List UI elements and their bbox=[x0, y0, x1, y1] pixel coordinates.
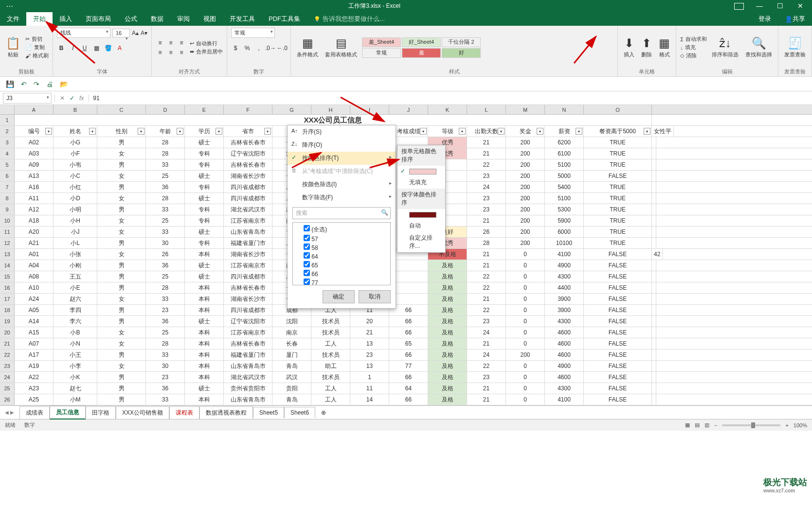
row-header[interactable]: 23 bbox=[0, 361, 15, 371]
data-cell[interactable]: 专科 bbox=[185, 215, 224, 226]
data-cell[interactable]: 23 bbox=[350, 349, 389, 360]
data-cell[interactable]: 33 bbox=[146, 159, 185, 170]
data-cell[interactable] bbox=[652, 215, 656, 226]
data-cell[interactable]: 本科 bbox=[185, 294, 224, 304]
data-cell[interactable]: FALSE bbox=[584, 271, 652, 282]
filter-by-color-item[interactable]: 按颜色筛选(I)▸ bbox=[288, 178, 396, 191]
row-header[interactable]: 21 bbox=[0, 338, 15, 349]
style-good[interactable]: 好 bbox=[442, 48, 481, 58]
data-cell[interactable]: 男 bbox=[97, 349, 146, 360]
header-cell[interactable]: 性别▾ bbox=[97, 126, 146, 137]
data-cell[interactable]: 66 bbox=[389, 316, 428, 327]
data-cell[interactable]: TRUE bbox=[584, 182, 652, 192]
row-header[interactable]: 3 bbox=[0, 137, 15, 148]
data-cell[interactable]: 硕士 bbox=[185, 383, 224, 394]
sheet-tab-character-grid[interactable]: 田字格 bbox=[86, 406, 116, 419]
data-cell[interactable]: 专科 bbox=[185, 148, 224, 159]
data-cell[interactable]: 女 bbox=[97, 249, 146, 260]
data-cell[interactable]: 小J bbox=[54, 227, 97, 237]
tab-page-layout[interactable]: 页面布局 bbox=[79, 12, 118, 26]
data-cell[interactable]: A13 bbox=[15, 171, 54, 181]
data-cell[interactable]: 25 bbox=[146, 171, 185, 181]
data-cell[interactable]: 专科 bbox=[185, 238, 224, 248]
data-cell[interactable]: 山东省青岛市 bbox=[224, 227, 272, 237]
row-header[interactable]: 8 bbox=[0, 193, 15, 204]
data-cell[interactable]: 辽宁省沈阳市 bbox=[224, 148, 272, 159]
custom-sort-item[interactable]: 自定义排序... bbox=[397, 232, 445, 252]
name-box[interactable]: J3 bbox=[3, 93, 52, 104]
data-cell[interactable] bbox=[652, 260, 656, 271]
data-cell[interactable]: 江苏省南京市 bbox=[224, 327, 272, 338]
filter-dropdown-icon[interactable]: ▾ bbox=[89, 128, 96, 135]
data-cell[interactable]: 33 bbox=[146, 394, 185, 405]
data-cell[interactable]: TRUE bbox=[584, 148, 652, 159]
add-sheet-button[interactable]: ⊕ bbox=[315, 407, 332, 418]
clear-button[interactable]: ◇清除 bbox=[680, 52, 707, 59]
data-cell[interactable]: 6200 bbox=[545, 137, 584, 148]
data-cell[interactable] bbox=[652, 171, 656, 181]
data-cell[interactable]: 女 bbox=[97, 294, 146, 304]
data-cell[interactable]: A03 bbox=[15, 148, 54, 159]
data-cell[interactable]: TRUE bbox=[584, 137, 652, 148]
comma-icon[interactable]: , bbox=[254, 44, 263, 52]
data-cell[interactable]: 武汉 bbox=[272, 372, 311, 383]
filter-ok-button[interactable]: 确定 bbox=[323, 290, 355, 303]
font-color-button[interactable]: A bbox=[115, 44, 124, 52]
data-cell[interactable]: 5100 bbox=[545, 159, 584, 170]
data-cell[interactable]: 200 bbox=[506, 148, 545, 159]
data-cell[interactable]: 21 bbox=[467, 249, 506, 260]
data-cell[interactable]: 湖南省长沙市 bbox=[224, 171, 272, 181]
increase-font-icon[interactable]: A▴ bbox=[132, 30, 139, 36]
confirm-entry-icon[interactable]: ✓ bbox=[70, 95, 74, 102]
qat-save-icon[interactable]: 💾 bbox=[6, 80, 14, 88]
formula-input[interactable]: 91 bbox=[89, 95, 812, 102]
data-cell[interactable]: 厦门 bbox=[272, 349, 311, 360]
italic-button[interactable]: I bbox=[69, 44, 77, 52]
data-cell[interactable]: 4600 bbox=[545, 349, 584, 360]
data-cell[interactable]: 5300 bbox=[545, 204, 584, 215]
data-cell[interactable]: TRUE bbox=[584, 204, 652, 215]
data-cell[interactable]: 工人 bbox=[311, 383, 350, 394]
data-cell[interactable]: A25 bbox=[15, 394, 54, 405]
delete-cells-button[interactable]: ⬆删除 bbox=[639, 35, 654, 59]
color-swatch-pink[interactable] bbox=[397, 166, 445, 176]
data-cell[interactable]: 26 bbox=[146, 249, 185, 260]
data-cell[interactable]: 四川省成都市 bbox=[224, 193, 272, 204]
sort-filter-button[interactable]: ẑ↓排序和筛选 bbox=[710, 35, 740, 59]
data-cell[interactable]: 4600 bbox=[545, 327, 584, 338]
data-cell[interactable]: A05 bbox=[15, 305, 54, 315]
data-cell[interactable]: 28 bbox=[146, 282, 185, 293]
data-cell[interactable]: 4400 bbox=[545, 282, 584, 293]
percent-icon[interactable]: % bbox=[243, 44, 252, 52]
data-cell[interactable]: 23 bbox=[467, 193, 506, 204]
data-cell[interactable]: 5000 bbox=[545, 171, 584, 181]
filter-option[interactable]: 58 bbox=[295, 243, 388, 252]
filter-dropdown-icon[interactable]: ▾ bbox=[459, 128, 466, 135]
data-cell[interactable]: FALSE bbox=[584, 316, 652, 327]
fill-color-button[interactable]: 🪣 bbox=[104, 44, 112, 52]
data-cell[interactable]: 23 bbox=[467, 316, 506, 327]
data-cell[interactable]: FALSE bbox=[584, 372, 652, 383]
data-cell[interactable]: 硕士 bbox=[185, 137, 224, 148]
tab-review[interactable]: 审阅 bbox=[170, 12, 197, 26]
data-cell[interactable]: 本科 bbox=[185, 249, 224, 260]
cell-styles-gallery[interactable]: 差_Sheet4 好_Sheet4 千位分隔 2 常规 差 好 bbox=[362, 37, 481, 58]
tab-formulas[interactable]: 公式 bbox=[118, 12, 144, 26]
data-cell[interactable]: 200 bbox=[506, 349, 545, 360]
tab-insert[interactable]: 插入 bbox=[53, 12, 79, 26]
data-cell[interactable]: 女 bbox=[97, 338, 146, 349]
row-header[interactable]: 16 bbox=[0, 282, 15, 293]
data-cell[interactable]: 6100 bbox=[545, 148, 584, 159]
data-cell[interactable]: TRUE bbox=[584, 193, 652, 204]
data-cell[interactable]: 6000 bbox=[545, 227, 584, 237]
data-cell[interactable] bbox=[652, 327, 656, 338]
zoom-slider[interactable] bbox=[722, 424, 780, 426]
style-bad-sheet4[interactable]: 差_Sheet4 bbox=[362, 37, 401, 47]
data-cell[interactable]: 0 bbox=[506, 338, 545, 349]
column-header[interactable]: C bbox=[97, 105, 146, 114]
data-cell[interactable]: 本科 bbox=[185, 327, 224, 338]
data-cell[interactable]: 吉林省长春市 bbox=[224, 282, 272, 293]
data-cell[interactable]: FALSE bbox=[584, 361, 652, 371]
data-cell[interactable]: TRUE bbox=[584, 227, 652, 237]
data-cell[interactable]: 女 bbox=[97, 171, 146, 181]
